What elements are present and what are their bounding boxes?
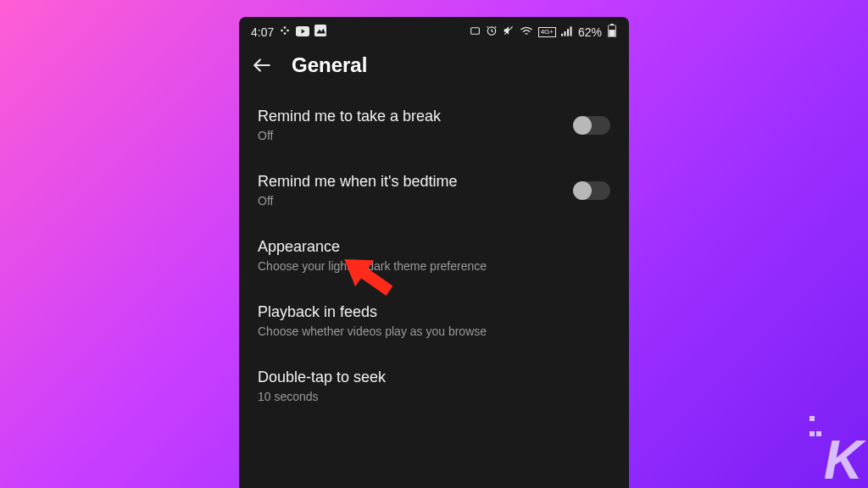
svg-rect-1 (284, 26, 286, 28)
setting-remind-bedtime[interactable]: Remind me when it's bedtime Off (258, 158, 610, 223)
setting-title: Remind me to take a break (258, 108, 565, 125)
setting-playback-feeds[interactable]: Playback in feeds Choose whether videos … (258, 288, 610, 353)
setting-title: Playback in feeds (258, 303, 610, 321)
svg-rect-10 (564, 31, 565, 36)
watermark-logo: K (824, 429, 860, 488)
setting-text: Double-tap to seek 10 seconds (258, 369, 610, 403)
status-time: 4:07 (251, 25, 274, 39)
battery-percent: 62% (578, 25, 602, 39)
setting-text: Playback in feeds Choose whether videos … (258, 303, 610, 338)
svg-rect-11 (567, 29, 569, 36)
setting-text: Remind me when it's bedtime Off (258, 173, 565, 208)
svg-rect-3 (284, 32, 286, 34)
alarm-icon (486, 25, 498, 39)
setting-subtitle: Choose whether videos play as you browse (258, 324, 610, 338)
mute-icon (503, 25, 515, 39)
svg-rect-6 (470, 27, 479, 34)
svg-rect-0 (281, 30, 283, 31)
slack-icon (279, 25, 291, 39)
toggle-switch[interactable] (575, 181, 610, 200)
app-bar: General (239, 43, 629, 92)
setting-title: Appearance (258, 238, 610, 256)
wifi-icon (520, 25, 533, 39)
svg-rect-15 (609, 30, 615, 36)
setting-title: Double-tap to seek (258, 369, 610, 386)
watermark-dots (809, 410, 822, 441)
image-icon (314, 25, 326, 39)
youtube-icon (296, 25, 309, 39)
setting-text: Appearance Choose your light or dark the… (258, 238, 610, 273)
setting-subtitle: Off (258, 194, 565, 208)
card-icon (470, 25, 481, 39)
svg-rect-9 (561, 33, 563, 36)
status-bar: 4:07 4G+ (239, 17, 629, 43)
settings-list: Remind me to take a break Off Remind me … (239, 92, 629, 419)
status-right: 4G+ 62% (470, 24, 617, 40)
setting-subtitle: Off (258, 129, 565, 142)
setting-remind-break[interactable]: Remind me to take a break Off (258, 92, 610, 158)
signal-icon (561, 25, 573, 39)
setting-appearance[interactable]: Appearance Choose your light or dark the… (258, 223, 610, 288)
back-button[interactable] (251, 54, 273, 76)
toggle-switch[interactable] (575, 116, 610, 135)
svg-rect-12 (570, 26, 571, 36)
network-4g-icon: 4G+ (538, 27, 556, 37)
battery-icon (607, 24, 617, 40)
setting-subtitle: Choose your light or dark theme preferen… (258, 259, 610, 273)
setting-title: Remind me when it's bedtime (258, 173, 565, 191)
status-left: 4:07 (251, 25, 326, 39)
svg-rect-2 (287, 30, 289, 31)
setting-subtitle: 10 seconds (258, 390, 610, 403)
setting-double-tap-seek[interactable]: Double-tap to seek 10 seconds (258, 353, 610, 419)
setting-text: Remind me to take a break Off (258, 108, 565, 142)
page-title: General (292, 53, 367, 77)
phone-frame: 4:07 4G+ (239, 17, 629, 488)
